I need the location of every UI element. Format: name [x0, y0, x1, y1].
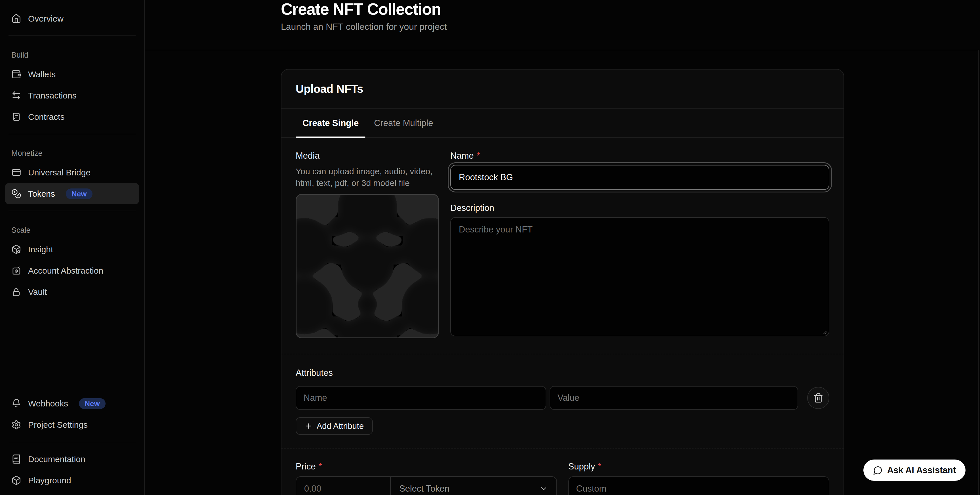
tab-create-multiple[interactable]: Create Multiple	[367, 109, 440, 137]
sidebar-item-transactions[interactable]: Transactions	[5, 85, 139, 106]
attribute-row	[296, 386, 829, 410]
gear-icon	[11, 420, 21, 430]
arrow-left-right-icon	[11, 91, 21, 100]
sidebar-divider	[8, 134, 135, 134]
sidebar-item-webhooks[interactable]: Webhooks New	[5, 393, 139, 414]
sidebar-item-label: Universal Bridge	[28, 168, 91, 177]
supply-label: Supply*	[568, 462, 830, 472]
bell-icon	[11, 398, 21, 408]
vault-box-icon	[11, 266, 21, 275]
cube-icon	[11, 476, 21, 485]
sidebar-item-label: Wallets	[28, 70, 56, 79]
price-column: Price* Select Token	[296, 462, 557, 495]
sidebar: Overview Build Wallets Transactions Cont…	[0, 0, 145, 495]
sidebar-item-label: Insight	[28, 245, 53, 254]
add-attribute-label: Add Attribute	[317, 422, 364, 431]
media-preview-blob-image	[296, 195, 438, 337]
sidebar-item-label: Contracts	[28, 112, 64, 122]
tab-create-single[interactable]: Create Single	[296, 109, 366, 137]
coins-icon	[11, 189, 21, 199]
price-amount-input[interactable]	[296, 477, 391, 495]
attribute-name-input[interactable]	[296, 386, 546, 410]
price-label: Price*	[296, 462, 557, 472]
name-label: Name*	[450, 151, 829, 161]
upload-nfts-card: Upload NFTs Create Single Create Multipl…	[281, 69, 844, 495]
sidebar-item-label: Project Settings	[28, 420, 88, 430]
ask-ai-assistant-button[interactable]: Ask AI Assistant	[863, 460, 966, 481]
sidebar-item-label: Webhooks	[28, 399, 68, 408]
nft-description-textarea[interactable]	[450, 217, 829, 336]
new-badge: New	[66, 188, 92, 199]
page-title: Create NFT Collection	[281, 0, 980, 19]
attributes-label: Attributes	[296, 368, 829, 378]
delete-attribute-button[interactable]	[807, 387, 829, 409]
sidebar-item-label: Tokens	[28, 189, 55, 199]
price-supply-section: Price* Select Token Supply*	[282, 449, 843, 495]
credit-card-icon	[11, 167, 21, 177]
details-column: Name* Description	[450, 151, 829, 338]
sidebar-item-wallets[interactable]: Wallets	[5, 64, 139, 85]
media-help-text: You can upload image, audio, video, html…	[296, 166, 439, 189]
nft-form: Media You can upload image, audio, video…	[282, 138, 843, 353]
media-label: Media	[296, 151, 439, 161]
lock-icon	[11, 287, 21, 297]
required-mark: *	[319, 462, 322, 471]
new-badge: New	[79, 398, 105, 409]
sidebar-divider	[8, 211, 135, 211]
attributes-section: Attributes Add Attribute	[282, 354, 843, 448]
chevron-down-icon	[539, 484, 548, 493]
sidebar-item-playground[interactable]: Playground	[5, 470, 139, 491]
nft-name-input[interactable]	[450, 165, 829, 190]
media-upload-dropzone[interactable]	[296, 194, 439, 338]
sidebar-item-label: Account Abstraction	[28, 266, 103, 275]
trash-icon	[813, 393, 823, 403]
required-mark: *	[477, 151, 480, 161]
description-label: Description	[450, 203, 829, 213]
sidebar-item-insight[interactable]: Insight	[5, 239, 139, 260]
package-search-icon	[11, 244, 21, 254]
card-title: Upload NFTs	[296, 83, 829, 95]
sidebar-item-overview[interactable]: Overview	[5, 8, 139, 29]
sidebar-divider	[8, 35, 135, 36]
tab-bar: Create Single Create Multiple	[282, 109, 843, 138]
sidebar-divider	[8, 442, 135, 442]
sidebar-item-universal-bridge[interactable]: Universal Bridge	[5, 162, 139, 183]
sidebar-section-build: Build	[5, 51, 139, 60]
sidebar-item-vault[interactable]: Vault	[5, 281, 139, 302]
token-select-dropdown[interactable]: Select Token	[391, 477, 557, 495]
sidebar-item-account-abstraction[interactable]: Account Abstraction	[5, 260, 139, 281]
home-icon	[11, 14, 21, 24]
required-mark: *	[598, 462, 601, 471]
main-content: Create NFT Collection Launch an NFT coll…	[145, 0, 980, 495]
supply-column: Supply*	[568, 462, 830, 495]
sidebar-item-label: Overview	[28, 14, 64, 24]
resize-grip-icon[interactable]	[821, 328, 827, 335]
attribute-value-input[interactable]	[550, 386, 798, 410]
token-select-placeholder: Select Token	[399, 484, 449, 494]
sidebar-item-tokens[interactable]: Tokens New	[5, 183, 139, 204]
card-header: Upload NFTs	[282, 70, 843, 109]
plus-icon	[305, 422, 313, 430]
sidebar-section-monetize: Monetize	[5, 149, 139, 158]
price-control: Select Token	[296, 476, 557, 495]
chat-bubble-icon	[873, 465, 883, 475]
sidebar-section-scale: Scale	[5, 226, 139, 235]
description-field-wrap	[450, 217, 829, 337]
media-column: Media You can upload image, audio, video…	[296, 151, 439, 338]
sidebar-spacer	[5, 302, 139, 393]
sidebar-item-label: Vault	[28, 287, 47, 297]
sidebar-item-documentation[interactable]: Documentation	[5, 449, 139, 470]
right-edge-divider	[978, 50, 978, 495]
add-attribute-button[interactable]: Add Attribute	[296, 417, 373, 435]
sidebar-item-project-settings[interactable]: Project Settings	[5, 414, 139, 435]
sidebar-item-label: Playground	[28, 476, 71, 485]
ask-ai-assistant-label: Ask AI Assistant	[887, 465, 956, 476]
page-subtitle: Launch an NFT collection for your projec…	[281, 22, 980, 32]
sidebar-item-label: Documentation	[28, 454, 85, 464]
contract-document-icon	[11, 112, 21, 122]
supply-input[interactable]	[568, 476, 830, 495]
page-header: Create NFT Collection Launch an NFT coll…	[145, 0, 980, 50]
book-icon	[11, 454, 21, 464]
wallet-icon	[11, 69, 21, 79]
sidebar-item-contracts[interactable]: Contracts	[5, 106, 139, 127]
